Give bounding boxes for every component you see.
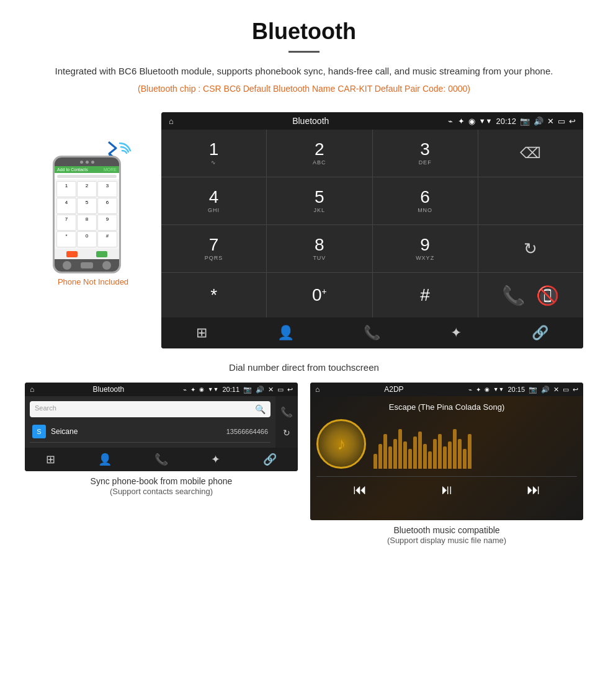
pb-camera-icon: 📷	[243, 386, 252, 394]
contact-phone: 13566664466	[226, 428, 268, 435]
dial-bottom-bar: ⊞ 👤 📞 ✦ 🔗	[161, 317, 583, 348]
dial-grid-icon[interactable]: ⊞	[196, 325, 207, 341]
back-icon[interactable]: ↩	[569, 117, 576, 126]
dial-key-0[interactable]: 0+	[267, 273, 372, 317]
music-time: 20:15	[507, 386, 525, 393]
viz-bar-7	[403, 441, 407, 469]
phone-mockup: Add to Contacts MORE 1 2 3 4 5 6 7	[53, 156, 121, 273]
music-content: Escape (The Pina Colada Song) ♪	[310, 396, 583, 520]
pb-loc-icon: ◉	[199, 386, 204, 392]
close-x-icon[interactable]: ✕	[547, 117, 554, 126]
viz-bar-9	[413, 436, 417, 469]
dial-key-hash[interactable]: #	[373, 273, 478, 317]
music-camera-icon: 📷	[529, 386, 537, 394]
phonebook-status-bar: ⌂ Bluetooth ⌁ ✦ ◉ ▼▼ 20:11 📷 🔊 ✕ ▭ ↩	[25, 383, 298, 396]
dial-screen-title: Bluetooth	[179, 116, 443, 126]
page-specs: (Bluetooth chip : CSR BC6 Default Blueto…	[37, 84, 571, 94]
pb-back-icon[interactable]: ↩	[287, 386, 293, 394]
viz-bar-13	[433, 439, 437, 469]
bottom-screens: ⌂ Bluetooth ⌁ ✦ ◉ ▼▼ 20:11 📷 🔊 ✕ ▭ ↩ Sea…	[0, 383, 608, 557]
viz-bar-11	[423, 444, 427, 469]
pb-user-icon[interactable]: 👤	[98, 453, 112, 466]
volume-icon: 🔊	[534, 117, 543, 126]
page-description: Integrated with BC6 Bluetooth module, su…	[37, 64, 571, 79]
pb-time: 20:11	[222, 386, 239, 393]
pb-phone-sidebar-icon[interactable]: 📞	[280, 406, 293, 418]
play-pause-button[interactable]: ⏯	[440, 482, 454, 498]
contact-row[interactable]: S Seicane 13566664466	[30, 421, 270, 443]
phone-image-container: Add to Contacts MORE 1 2 3 4 5 6 7	[53, 137, 133, 273]
viz-bar-6	[398, 429, 402, 469]
pb-home-icon[interactable]: ⌂	[30, 385, 34, 394]
viz-bar-10	[418, 432, 422, 469]
phonebook-search-bar[interactable]: Search 🔍	[30, 401, 270, 417]
pb-phone-icon[interactable]: 📞	[154, 453, 168, 466]
location-icon: ◉	[468, 117, 475, 126]
title-divider	[288, 51, 320, 53]
music-home-icon[interactable]: ⌂	[315, 385, 320, 394]
dial-key-6[interactable]: 6 MNO	[373, 177, 478, 224]
dial-key-3[interactable]: 3 DEF	[373, 130, 478, 177]
viz-bar-2	[378, 444, 382, 469]
music-back-icon[interactable]: ↩	[573, 386, 578, 394]
pb-refresh-sidebar-icon[interactable]: ↻	[283, 428, 290, 438]
viz-bar-16	[448, 441, 452, 469]
time-display: 20:12	[496, 117, 516, 126]
status-icons: ✦ ◉ ▼▼ 20:12 📷 🔊 ✕ ▭ ↩	[458, 117, 576, 126]
dial-key-7[interactable]: 7 PQRS	[161, 225, 266, 272]
dial-key-1[interactable]: 1 ∿	[161, 130, 266, 177]
music-car-screen: ⌂ A2DP ⌁ ✦ ◉ ▼▼ 20:15 📷 🔊 ✕ ▭ ↩ Escape (…	[310, 383, 583, 520]
contact-name: Seicane	[51, 427, 226, 436]
music-x-icon[interactable]: ✕	[553, 386, 559, 394]
pb-bt-icon: ✦	[190, 386, 195, 393]
music-screen-block: ⌂ A2DP ⌁ ✦ ◉ ▼▼ 20:15 📷 🔊 ✕ ▭ ↩ Escape (…	[310, 383, 583, 545]
main-section: Add to Contacts MORE 1 2 3 4 5 6 7	[0, 106, 608, 355]
dial-link-icon[interactable]: 🔗	[532, 325, 548, 341]
music-screen-title: A2DP	[323, 385, 464, 394]
home-icon[interactable]: ⌂	[169, 117, 174, 126]
phonebook-title: Bluetooth	[38, 385, 179, 394]
music-vol-icon: 🔊	[541, 386, 550, 394]
bt-status-icon: ✦	[458, 117, 465, 126]
phone-top-bar	[55, 157, 119, 166]
music-signal-icon: ▼▼	[493, 386, 504, 392]
dial-call-button[interactable]: 📞 📵	[478, 273, 583, 317]
dial-backspace-button[interactable]: ⌫	[478, 130, 583, 177]
viz-bar-5	[393, 439, 397, 469]
music-song-title: Escape (The Pina Colada Song)	[389, 402, 504, 412]
dial-status-bar: ⌂ Bluetooth ⌁ ✦ ◉ ▼▼ 20:12 📷 🔊 ✕ ▭ ↩	[161, 112, 583, 130]
dial-key-star[interactable]: *	[161, 273, 266, 317]
pb-grid-icon[interactable]: ⊞	[46, 453, 55, 466]
dial-key-5[interactable]: 5 JKL	[267, 177, 372, 224]
page-title: Bluetooth	[37, 19, 571, 45]
dial-key-4[interactable]: 4 GHI	[161, 177, 266, 224]
viz-bar-17	[453, 429, 457, 469]
phone-not-included-label: Phone Not Included	[58, 277, 128, 286]
dial-phone-icon[interactable]: 📞	[364, 325, 380, 341]
music-status-bar: ⌂ A2DP ⌁ ✦ ◉ ▼▼ 20:15 📷 🔊 ✕ ▭ ↩	[310, 383, 583, 396]
music-main-area: ♪	[316, 419, 577, 469]
phone-bottom-bar	[55, 259, 119, 272]
dial-bt-icon[interactable]: ✦	[450, 325, 462, 341]
pb-link-icon[interactable]: 🔗	[263, 453, 277, 466]
search-icon[interactable]: 🔍	[255, 404, 266, 414]
viz-bar-14	[438, 434, 442, 469]
pb-bt-bottom-icon[interactable]: ✦	[211, 453, 220, 466]
dial-key-9[interactable]: 9 WXYZ	[373, 225, 478, 272]
dial-contacts-icon[interactable]: 👤	[277, 325, 294, 341]
dial-refresh-button[interactable]: ↻	[478, 225, 583, 272]
phonebook-sidebar: 📞 ↻	[275, 396, 298, 448]
dial-key-8[interactable]: 8 TUV	[267, 225, 372, 272]
viz-bar-8	[408, 449, 412, 469]
prev-track-button[interactable]: ⏮	[353, 482, 367, 498]
page-header: Bluetooth Integrated with BC6 Bluetooth …	[0, 0, 608, 106]
pb-rect-icon: ▭	[277, 386, 284, 394]
signal-icon: ▼▼	[479, 117, 493, 125]
viz-bar-1	[373, 454, 377, 469]
music-bt-icon: ✦	[476, 386, 481, 393]
dial-cell-empty-2	[478, 177, 583, 224]
dial-key-2[interactable]: 2 ABC	[267, 130, 372, 177]
next-track-button[interactable]: ⏭	[527, 482, 540, 498]
pb-x-icon[interactable]: ✕	[268, 386, 274, 394]
phone-side: Add to Contacts MORE 1 2 3 4 5 6 7	[25, 112, 161, 286]
